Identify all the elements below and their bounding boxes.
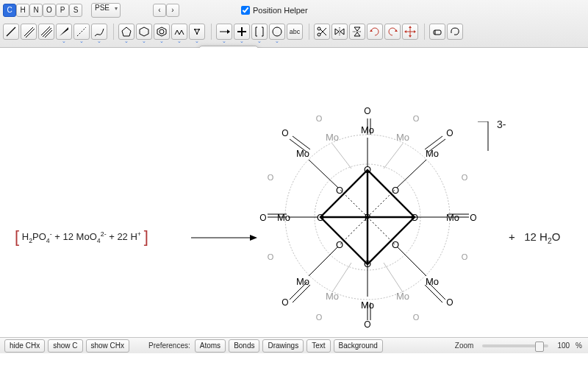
svg-marker-28 [335,29,339,35]
svg-text:Mo: Mo [326,291,339,302]
svg-point-11 [159,29,164,34]
bond-triple-tool[interactable] [38,24,54,40]
svg-point-23 [318,33,320,36]
svg-text:O: O [392,239,399,250]
rotate-a-tool[interactable] [367,24,383,40]
svg-text:O: O [336,239,343,250]
svg-text:O: O [316,313,323,322]
bond-dash-tool[interactable]: ⌄ [74,24,90,40]
eraser-tool[interactable] [429,24,445,40]
ring-chain-tool[interactable]: ⌄ [171,24,187,40]
charge-value: 3- [497,118,506,130]
svg-text:O: O [413,114,420,123]
svg-text:Mo: Mo [296,148,309,159]
transform-tool-group [314,24,425,40]
svg-point-24 [318,27,320,30]
svg-text:Mo: Mo [396,132,409,143]
svg-line-116 [384,144,403,169]
text-tool[interactable]: abc [287,24,303,40]
mirror-h-tool[interactable] [331,24,348,40]
svg-line-52 [340,217,368,245]
svg-marker-40 [414,30,416,33]
svg-text:O: O [316,114,323,123]
svg-text:O: O [364,106,370,116]
svg-marker-6 [60,27,68,36]
svg-text:Mo: Mo [326,132,339,143]
pref-background-button[interactable]: Background [334,339,383,353]
svg-line-0 [7,27,15,36]
atom-n-button[interactable]: N [29,4,43,17]
svg-text:Mo: Mo [396,291,409,302]
ring-misc-tool[interactable]: ⌄ [189,24,205,40]
svg-text:O: O [446,128,453,138]
position-helper-label: Position Helper [253,6,308,15]
pse-select[interactable]: PSE [91,3,121,18]
svg-text:O: O [446,297,453,308]
pref-bonds-button[interactable]: Bonds [229,339,259,353]
tool-row: ⌄ ⌄ ⌄ ⌄ ⌄ ⌄ ⌄ ⌄ ⌄ ⌄ ⌄ ⌄ abc [0,21,588,47]
pref-atoms-button[interactable]: Atoms [195,339,226,353]
arrow-tool[interactable]: ⌄ [216,24,232,40]
lasso-tool[interactable] [447,24,463,40]
position-helper-input[interactable] [241,6,250,15]
svg-marker-39 [404,30,406,33]
ring-benzene-tool[interactable]: ⌄ [154,24,170,40]
preferences-label: Preferences: [148,342,190,350]
atom-o-button[interactable]: O [43,4,56,17]
next-button[interactable]: › [166,4,179,17]
bond-wavy-tool[interactable]: ⌄ [91,24,107,40]
pref-drawings-button[interactable]: Drawings [262,339,304,353]
svg-marker-32 [354,32,360,36]
svg-text:O: O [268,252,274,261]
svg-text:O: O [413,313,420,322]
svg-text:Mo: Mo [426,276,439,287]
drawing-canvas[interactable]: [ H2PO4- + 12 MoO42- + 22 H+ ] [0,48,588,353]
position-helper-checkbox[interactable]: Position Helper [241,6,308,15]
bond-single-tool[interactable] [3,24,19,40]
svg-text:P: P [365,212,371,223]
atom-s-button[interactable]: S [69,4,82,17]
svg-line-16 [195,29,197,34]
prev-button[interactable]: ‹ [153,4,166,17]
svg-marker-10 [157,27,166,36]
atom-button-group: C H N O P S [3,4,82,17]
scissors-tool[interactable] [314,24,330,40]
bond-wedge-tool[interactable]: ⌄ [56,24,72,40]
svg-text:O: O [259,213,266,223]
svg-line-113 [309,247,338,276]
atom-p-button[interactable]: P [56,4,69,17]
svg-marker-19 [227,29,230,34]
move-tool[interactable] [402,24,418,40]
bracket-tool[interactable]: ⌄ [251,24,268,40]
show-chx-button[interactable]: show CHx [86,339,130,353]
hide-chx-button[interactable]: hide CHx [4,339,45,353]
plus-tool[interactable]: ⌄ [234,24,250,40]
svg-text:Mo: Mo [296,276,309,287]
reaction-arrow [191,233,257,242]
svg-marker-29 [340,29,344,35]
zoom-value: 100 [557,342,570,350]
atom-h-button[interactable]: H [16,4,29,17]
atom-c-button[interactable]: C [3,4,16,17]
svg-text:O: O [470,213,476,223]
zoom-slider[interactable] [482,344,548,347]
ring-hexagon-tool[interactable]: ⌄ [136,24,152,40]
status-bar: hide CHx show C show CHx Preferences: At… [0,337,588,353]
circle-tool[interactable]: ⌄ [269,24,285,40]
pref-text-button[interactable]: Text [306,339,330,353]
ring-pentagon-tool[interactable]: ⌄ [118,24,135,40]
mirror-v-tool[interactable] [349,24,365,40]
show-c-button[interactable]: show C [48,339,82,353]
zoom-label: Zoom [455,342,474,350]
svg-marker-8 [122,27,131,36]
svg-point-22 [273,27,282,36]
svg-text:O: O [462,173,468,182]
reaction-lhs: [ H2PO4- + 12 MoO42- + 22 H+ ] [15,225,148,244]
svg-marker-9 [140,27,148,36]
svg-text:O: O [282,297,288,308]
nav-group: ‹ › [153,4,179,17]
zoom-slider-knob[interactable] [535,342,544,352]
svg-line-17 [197,29,199,34]
bond-double-tool[interactable] [21,24,37,40]
rotate-b-tool[interactable] [384,24,401,40]
